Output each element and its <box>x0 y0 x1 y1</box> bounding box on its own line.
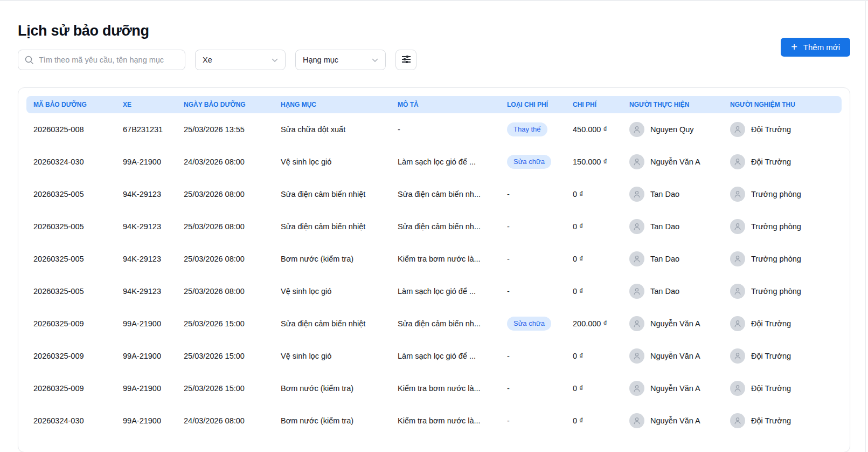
user-avatar-icon <box>730 251 745 266</box>
user-avatar-icon <box>730 219 745 234</box>
acceptor-name: Đội Trưởng <box>751 319 791 328</box>
maintenance-table-card: MÃ BẢO DƯỠNG XE NGÀY BẢO DƯỠNG HẠNG MỤC … <box>18 87 850 452</box>
cell-date: 24/03/2026 08:00 <box>177 146 274 178</box>
column-header-category: HẠNG MỤC <box>274 96 391 113</box>
column-header-description: MÔ TẢ <box>391 96 500 113</box>
cost-type-badge: - <box>507 384 510 393</box>
cell-code: 20260325-005 <box>26 178 116 210</box>
table-row[interactable]: 20260325-009 99A-21900 25/03/2026 15:00 … <box>26 340 842 372</box>
cost-type-badge: - <box>507 287 510 296</box>
scrollbar-track <box>865 1 866 452</box>
cell-description: Làm sạch lọc gió để ... <box>391 340 500 372</box>
table-row[interactable]: 20260325-005 94K-29123 25/03/2026 08:00 … <box>26 178 842 210</box>
table-row[interactable]: 20260325-009 99A-21900 25/03/2026 15:00 … <box>26 372 842 405</box>
acceptor-name: Đội Trưởng <box>751 384 791 393</box>
user-avatar-icon <box>730 381 745 396</box>
cost-type-badge: - <box>507 222 510 231</box>
column-header-code: MÃ BẢO DƯỠNG <box>26 96 116 113</box>
cell-code: 20260324-030 <box>26 405 116 437</box>
user-avatar-icon <box>629 122 644 137</box>
cell-vehicle: 94K-29123 <box>116 210 177 243</box>
performer-name: Nguyễn Văn A <box>650 384 700 393</box>
acceptor-name: Đội Trưởng <box>751 157 791 166</box>
plus-icon: + <box>791 42 797 52</box>
cell-vehicle: 99A-21900 <box>116 307 177 340</box>
acceptor-name: Trưởng phòng <box>751 190 801 198</box>
acceptor-name: Trưởng phòng <box>751 255 801 263</box>
cell-cost-type: Sửa chữa <box>500 146 566 178</box>
table-row[interactable]: 20260325-005 94K-29123 25/03/2026 08:00 … <box>26 275 842 307</box>
cell-vehicle: 94K-29123 <box>116 243 177 275</box>
cell-acceptor: Trưởng phòng <box>723 178 842 210</box>
cell-description: Kiểm tra bơm nước là... <box>391 405 500 437</box>
cell-category: Sửa điện cảm biến nhiệt <box>274 307 391 340</box>
vehicle-filter-label: Xe <box>203 56 212 64</box>
vehicle-filter-select[interactable]: Xe <box>195 50 286 70</box>
cell-cost-type: - <box>500 243 566 275</box>
cell-description: - <box>391 113 500 146</box>
cell-acceptor: Đội Trưởng <box>723 146 842 178</box>
column-header-cost: CHI PHÍ <box>566 96 622 113</box>
maintenance-history-page: Lịch sử bảo dưỡng + Thêm mới Xe Hạng mục <box>0 23 868 452</box>
cell-acceptor: Đội Trưởng <box>723 340 842 372</box>
cell-code: 20260325-008 <box>26 113 116 146</box>
advanced-filter-button[interactable] <box>395 50 416 70</box>
cell-cost-type: - <box>500 275 566 307</box>
cell-category: Vệ sinh lọc gió <box>274 340 391 372</box>
cell-cost: 0 ₫ <box>566 275 622 307</box>
user-avatar-icon <box>730 413 745 428</box>
cell-category: Sửa điện cảm biến nhiệt <box>274 210 391 243</box>
cell-category: Bơm nước (kiểm tra) <box>274 372 391 405</box>
add-new-button-label: Thêm mới <box>803 43 840 52</box>
cell-code: 20260325-009 <box>26 340 116 372</box>
search-input[interactable] <box>18 50 185 70</box>
cell-date: 25/03/2026 13:55 <box>177 113 274 146</box>
cell-vehicle: 99A-21900 <box>116 405 177 437</box>
table-row[interactable]: 20260325-009 99A-21900 25/03/2026 15:00 … <box>26 307 842 340</box>
table-row[interactable]: 20260325-005 94K-29123 25/03/2026 08:00 … <box>26 210 842 243</box>
cell-code: 20260325-009 <box>26 307 116 340</box>
cell-performer: Nguyen Quy <box>622 113 723 146</box>
table-row[interactable]: 20260324-030 99A-21900 24/03/2026 08:00 … <box>26 146 842 178</box>
acceptor-name: Đội Trưởng <box>751 352 791 360</box>
category-filter-select[interactable]: Hạng mục <box>295 50 386 70</box>
column-header-date: NGÀY BẢO DƯỠNG <box>177 96 274 113</box>
cell-cost: 0 ₫ <box>566 243 622 275</box>
user-avatar-icon <box>629 381 644 396</box>
user-avatar-icon <box>629 251 644 266</box>
column-header-performer: NGƯỜI THỰC HIỆN <box>622 96 723 113</box>
performer-name: Nguyễn Văn A <box>650 157 700 166</box>
acceptor-name: Trưởng phòng <box>751 222 801 231</box>
table-header-row: MÃ BẢO DƯỠNG XE NGÀY BẢO DƯỠNG HẠNG MỤC … <box>26 96 842 113</box>
cell-cost-type: - <box>500 340 566 372</box>
user-avatar-icon <box>629 316 644 331</box>
table-row[interactable]: 20260325-008 67B231231 25/03/2026 13:55 … <box>26 113 842 146</box>
performer-name: Nguyễn Văn A <box>650 319 700 328</box>
cell-acceptor: Đội Trưởng <box>723 113 842 146</box>
acceptor-name: Đội Trưởng <box>751 125 791 134</box>
cell-date: 24/03/2026 08:00 <box>177 405 274 437</box>
user-avatar-icon <box>730 187 745 202</box>
cell-performer: Nguyễn Văn A <box>622 146 723 178</box>
chevron-down-icon <box>372 56 378 64</box>
table-row[interactable]: 20260324-030 99A-21900 24/03/2026 08:00 … <box>26 405 842 437</box>
cell-date: 25/03/2026 15:00 <box>177 340 274 372</box>
performer-name: Tan Dao <box>650 222 679 231</box>
user-avatar-icon <box>629 284 644 299</box>
cell-acceptor: Trưởng phòng <box>723 243 842 275</box>
cell-vehicle: 99A-21900 <box>116 340 177 372</box>
cell-date: 25/03/2026 08:00 <box>177 243 274 275</box>
chevron-down-icon <box>272 56 278 64</box>
cell-code: 20260324-030 <box>26 146 116 178</box>
user-avatar-icon <box>730 348 745 364</box>
acceptor-name: Trưởng phòng <box>751 287 801 296</box>
cell-cost: 450.000 ₫ <box>566 113 622 146</box>
cell-acceptor: Đội Trưởng <box>723 372 842 405</box>
table-row[interactable]: 20260325-005 94K-29123 25/03/2026 08:00 … <box>26 243 842 275</box>
cell-acceptor: Đội Trưởng <box>723 307 842 340</box>
user-avatar-icon <box>730 154 745 169</box>
add-new-button[interactable]: + Thêm mới <box>781 38 850 57</box>
cell-description: Làm sạch lọc gió để ... <box>391 146 500 178</box>
performer-name: Nguyễn Văn A <box>650 416 700 425</box>
cell-date: 25/03/2026 15:00 <box>177 307 274 340</box>
